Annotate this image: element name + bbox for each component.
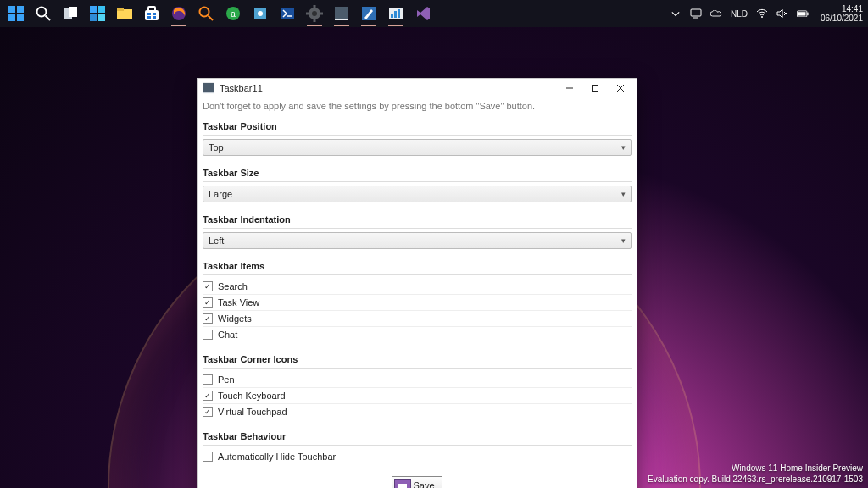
svg-rect-3 — [17, 14, 24, 21]
chevron-down-icon: ▾ — [621, 236, 626, 245]
onedrive-icon[interactable] — [710, 8, 722, 19]
svg-rect-13 — [117, 8, 124, 11]
explorer-icon[interactable] — [114, 3, 136, 25]
wifi-icon[interactable] — [756, 8, 768, 19]
corner-row: ✓Touch Keyboard — [203, 388, 632, 404]
checkbox[interactable]: ✓ — [203, 297, 213, 308]
items-row: ✓Widgets — [203, 311, 632, 327]
checkbox-label: Automatically Hide Touchbar — [218, 452, 336, 462]
svg-rect-15 — [148, 7, 155, 11]
svg-rect-17 — [153, 13, 156, 15]
watermark-line2: Evaluation copy. Build 22463.rs_prerelea… — [648, 474, 863, 485]
position-select[interactable]: Top ▾ — [203, 139, 632, 156]
svg-rect-46 — [798, 12, 806, 15]
indent-value: Left — [209, 236, 224, 246]
titlebar[interactable]: Taskbar11 — [198, 79, 637, 97]
clock[interactable]: 14:41 06/10/2021 — [821, 4, 863, 23]
checkbox-label: Search — [218, 281, 248, 291]
svg-point-26 — [258, 11, 263, 16]
svg-rect-35 — [335, 19, 348, 20]
svg-rect-39 — [394, 11, 397, 18]
svg-text:a: a — [231, 9, 236, 19]
taskbar11-window: Taskbar11 Don't forget to apply and save… — [197, 78, 637, 488]
svg-rect-34 — [335, 7, 348, 19]
widgets-icon[interactable] — [86, 3, 108, 25]
checkbox[interactable]: ✓ — [203, 391, 213, 401]
items-row: ✓Task View — [203, 295, 632, 311]
svg-rect-9 — [98, 6, 105, 13]
behaviour-label: Taskbar Behaviour — [203, 426, 632, 446]
taskview-icon[interactable] — [59, 3, 81, 25]
firefox-icon[interactable] — [168, 3, 190, 25]
checkbox-label: Widgets — [218, 313, 252, 324]
svg-point-29 — [312, 11, 317, 16]
save-button[interactable]: Save — [392, 476, 442, 488]
indent-select[interactable]: Left ▾ — [203, 232, 632, 249]
clock-time: 14:41 — [821, 4, 863, 14]
taskbar11-app-icon[interactable] — [331, 3, 353, 25]
size-select[interactable]: Large ▾ — [203, 186, 632, 202]
svg-point-43 — [761, 16, 763, 18]
checkbox-label: Pen — [218, 374, 235, 385]
svg-rect-41 — [691, 9, 701, 16]
battery-icon[interactable] — [797, 8, 809, 19]
svg-rect-16 — [147, 13, 151, 15]
items-row: Chat — [203, 327, 632, 342]
corner-label: Taskbar Corner Icons — [203, 349, 632, 369]
window-title: Taskbar11 — [220, 83, 263, 93]
checkbox[interactable]: ✓ — [203, 281, 213, 291]
items-label: Taskbar Items — [203, 256, 632, 275]
visualstudio-icon[interactable] — [412, 3, 434, 25]
svg-rect-10 — [90, 14, 97, 21]
svg-rect-38 — [391, 14, 393, 18]
desktop-watermark: Windows 11 Home Insider Preview Evaluati… — [648, 463, 863, 485]
taskbar: a NLD — [0, 0, 868, 27]
close-button[interactable] — [608, 80, 633, 97]
svg-rect-1 — [17, 6, 24, 13]
tray-expand-icon[interactable] — [670, 8, 682, 19]
maximize-button[interactable] — [582, 80, 608, 97]
svg-rect-45 — [807, 12, 808, 15]
corner-row: ✓Virtual Touchpad — [203, 404, 632, 419]
nightly-icon[interactable] — [195, 3, 217, 25]
svg-rect-7 — [69, 7, 77, 17]
search-icon[interactable] — [32, 3, 54, 25]
system-tray: NLD 14:41 06/10/2021 — [670, 4, 863, 23]
chevron-down-icon: ▾ — [621, 190, 626, 198]
checkbox[interactable]: ✓ — [203, 313, 213, 324]
svg-rect-8 — [90, 6, 97, 13]
svg-rect-19 — [153, 16, 156, 19]
taskbar-pinned: a — [5, 3, 434, 25]
store-icon[interactable] — [141, 3, 163, 25]
checkbox-label: Task View — [218, 297, 259, 308]
position-value: Top — [209, 142, 224, 152]
green-app-icon[interactable]: a — [222, 3, 244, 25]
settings-icon[interactable] — [303, 3, 326, 25]
items-row: ✓Search — [203, 279, 632, 295]
checkbox-label: Touch Keyboard — [218, 391, 286, 401]
checkbox[interactable] — [203, 374, 213, 385]
clock-date: 06/10/2021 — [821, 14, 863, 23]
checkbox[interactable]: ✓ — [203, 407, 213, 417]
svg-line-5 — [46, 16, 51, 21]
behaviour-row: Automatically Hide Touchbar — [203, 449, 632, 464]
checkbox-label: Virtual Touchpad — [218, 407, 287, 417]
start-button[interactable] — [5, 3, 27, 25]
checkbox[interactable] — [203, 330, 213, 340]
chart-app-icon[interactable] — [385, 3, 407, 25]
volume-muted-icon[interactable] — [776, 8, 788, 19]
app-icon — [203, 82, 214, 94]
projector-icon[interactable] — [690, 8, 702, 19]
svg-line-22 — [209, 16, 214, 21]
editor-icon[interactable] — [358, 3, 380, 25]
svg-point-21 — [200, 8, 209, 17]
indent-label: Taskbar Indentation — [203, 209, 632, 229]
hint-text: Don't forget to apply and save the setti… — [203, 97, 632, 116]
minimize-button[interactable] — [557, 80, 582, 97]
input-language[interactable]: NLD — [731, 9, 748, 19]
svg-point-4 — [37, 8, 47, 17]
checkbox[interactable] — [203, 452, 213, 462]
powershell-icon[interactable] — [276, 3, 298, 25]
security-icon[interactable] — [249, 3, 271, 25]
corner-row: Pen — [203, 372, 632, 388]
